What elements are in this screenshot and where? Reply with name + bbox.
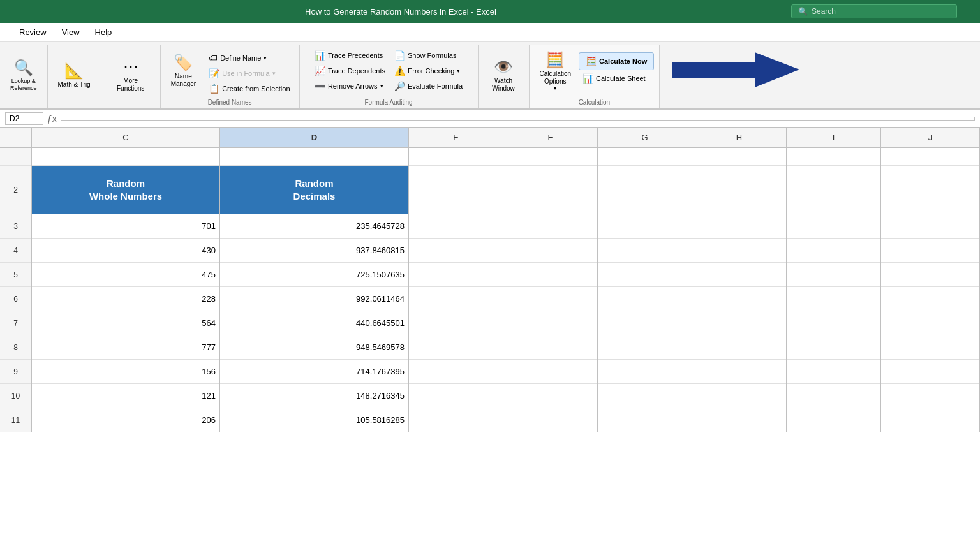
cell-c11[interactable]: 206 bbox=[32, 408, 219, 432]
math-section-label bbox=[53, 103, 96, 106]
col-header-g[interactable]: G bbox=[598, 128, 692, 147]
cell-e10[interactable] bbox=[409, 384, 503, 408]
cell-e8[interactable] bbox=[409, 335, 503, 360]
trace-dependents-button[interactable]: 📈 Trace Dependents bbox=[311, 64, 389, 78]
cell-c10[interactable]: 121 bbox=[32, 384, 219, 408]
col-header-f[interactable]: F bbox=[503, 128, 598, 147]
calculate-now-button[interactable]: 🧮 Calculate Now bbox=[579, 52, 654, 70]
calculation-section-label: Calculation bbox=[535, 96, 655, 106]
arrow-svg bbox=[672, 52, 799, 87]
calculation-options-button[interactable]: 🧮 CalculationOptions ▾ bbox=[535, 50, 576, 92]
more-functions-icon: ⋯ bbox=[123, 58, 138, 76]
more-functions-label: More Functions bbox=[112, 77, 150, 92]
col-d-cells: RandomDecimals 235.4645728 937.8460815 7… bbox=[220, 148, 409, 432]
calculate-sheet-label: Calculate Sheet bbox=[596, 75, 646, 82]
row-num-3[interactable]: 3 bbox=[0, 214, 31, 239]
name-manager-button[interactable]: 🏷️ NameManager bbox=[166, 50, 201, 92]
formula-input[interactable] bbox=[61, 117, 975, 121]
col-header-j[interactable]: J bbox=[881, 128, 980, 147]
cell-d5[interactable]: 725.1507635 bbox=[220, 263, 408, 287]
col-header-i[interactable]: I bbox=[787, 128, 881, 147]
row-num-10[interactable]: 10 bbox=[0, 384, 31, 408]
col-header-h[interactable]: H bbox=[692, 128, 787, 147]
error-checking-button[interactable]: ⚠️ Error Checking ▾ bbox=[390, 64, 466, 78]
cell-d8[interactable]: 948.5469578 bbox=[220, 335, 408, 360]
lookup-icon: 🔍 bbox=[14, 59, 33, 77]
trace-dependents-label: Trace Dependents bbox=[328, 67, 385, 75]
cell-e3[interactable] bbox=[409, 214, 503, 239]
define-name-button[interactable]: 🏷 Define Name ▾ bbox=[205, 51, 293, 65]
trace-dependents-icon: 📈 bbox=[315, 66, 325, 76]
cell-d11[interactable]: 105.5816285 bbox=[220, 408, 408, 432]
cell-d10[interactable]: 148.2716345 bbox=[220, 384, 408, 408]
cell-d2[interactable]: RandomDecimals bbox=[220, 166, 408, 214]
cell-e1[interactable] bbox=[409, 148, 503, 166]
cell-c1[interactable] bbox=[32, 148, 219, 166]
create-from-selection-button[interactable]: 📋 Create from Selection bbox=[205, 82, 293, 96]
watch-window-icon: 👁️ bbox=[494, 58, 513, 76]
math-icon: 📐 bbox=[64, 62, 84, 80]
row-num-4[interactable]: 4 bbox=[0, 239, 31, 263]
cell-c4[interactable]: 430 bbox=[32, 239, 219, 263]
row-num-2[interactable]: 2 bbox=[0, 166, 31, 214]
cell-e5[interactable] bbox=[409, 263, 503, 287]
grid-container: 2 3 4 5 6 7 8 9 10 11 RandomWhole Number… bbox=[0, 148, 980, 432]
cell-e2[interactable] bbox=[409, 166, 503, 214]
col-header-d[interactable]: D bbox=[220, 128, 409, 147]
cell-e4[interactable] bbox=[409, 239, 503, 263]
cell-c5[interactable]: 475 bbox=[32, 263, 219, 287]
col-i-cells bbox=[787, 148, 881, 432]
cell-d7[interactable]: 440.6645501 bbox=[220, 311, 408, 335]
cell-e9[interactable] bbox=[409, 360, 503, 384]
watch-window-button[interactable]: 👁️ WatchWindow bbox=[487, 54, 520, 96]
cell-d1[interactable] bbox=[220, 148, 408, 166]
row-num-7[interactable]: 7 bbox=[0, 311, 31, 335]
menu-help[interactable]: Help bbox=[89, 25, 119, 40]
col-h-cells bbox=[692, 148, 787, 432]
cell-reference-box[interactable]: D2 bbox=[5, 112, 43, 125]
trace-precedents-icon: 📊 bbox=[315, 50, 325, 61]
show-formulas-label: Show Formulas bbox=[408, 52, 456, 59]
trace-precedents-button[interactable]: 📊 Trace Precedents bbox=[311, 48, 389, 62]
ribbon-section-lookup: 🔍 Lookup &Reference bbox=[0, 45, 48, 108]
more-functions-button[interactable]: ⋯ More Functions bbox=[107, 54, 155, 96]
cell-c7[interactable]: 564 bbox=[32, 311, 219, 335]
search-placeholder: Search bbox=[812, 7, 836, 16]
row-num-11[interactable]: 11 bbox=[0, 408, 31, 432]
cell-c9[interactable]: 156 bbox=[32, 360, 219, 384]
cell-e6[interactable] bbox=[409, 287, 503, 311]
app-title: How to Generate Random Numbers in Excel … bbox=[10, 7, 791, 17]
cell-c8[interactable]: 777 bbox=[32, 335, 219, 360]
ribbon-section-watch-window: 👁️ WatchWindow bbox=[479, 45, 530, 108]
show-formulas-button[interactable]: 📄 Show Formulas bbox=[390, 48, 466, 62]
row-num-9[interactable]: 9 bbox=[0, 360, 31, 384]
cell-d6[interactable]: 992.0611464 bbox=[220, 287, 408, 311]
cell-c2[interactable]: RandomWhole Numbers bbox=[32, 166, 219, 214]
cell-c3[interactable]: 701 bbox=[32, 214, 219, 239]
menu-review[interactable]: Review bbox=[13, 25, 53, 40]
calculate-sheet-button[interactable]: 📊 Calculate Sheet bbox=[579, 71, 654, 85]
cell-c6[interactable]: 228 bbox=[32, 287, 219, 311]
cell-d4[interactable]: 937.8460815 bbox=[220, 239, 408, 263]
row-num-8[interactable]: 8 bbox=[0, 335, 31, 360]
menu-view[interactable]: View bbox=[56, 25, 86, 40]
use-in-formula-button[interactable]: 📝 Use in Formula ▾ bbox=[205, 66, 293, 80]
col-header-c[interactable]: C bbox=[32, 128, 220, 147]
row-num-6[interactable]: 6 bbox=[0, 287, 31, 311]
cell-e7[interactable] bbox=[409, 311, 503, 335]
math-trig-button[interactable]: 📐 Math & Trig bbox=[53, 54, 96, 96]
create-from-selection-label: Create from Selection bbox=[222, 85, 290, 92]
cell-d9[interactable]: 714.1767395 bbox=[220, 360, 408, 384]
col-g-cells bbox=[598, 148, 692, 432]
cell-e11[interactable] bbox=[409, 408, 503, 432]
row-num-5[interactable]: 5 bbox=[0, 263, 31, 287]
remove-arrows-button[interactable]: ➖ Remove Arrows ▾ bbox=[311, 79, 389, 93]
cell-d3[interactable]: 235.4645728 bbox=[220, 214, 408, 239]
lookup-reference-button[interactable]: 🔍 Lookup &Reference bbox=[5, 54, 42, 96]
more-functions-section-label bbox=[107, 103, 155, 106]
col-header-e[interactable]: E bbox=[409, 128, 503, 147]
calculate-sheet-icon: 📊 bbox=[583, 73, 593, 84]
search-bar[interactable]: 🔍 Search bbox=[791, 4, 957, 18]
remove-arrows-icon: ➖ bbox=[315, 81, 325, 91]
evaluate-formula-button[interactable]: 🔎 Evaluate Formula bbox=[390, 79, 466, 93]
